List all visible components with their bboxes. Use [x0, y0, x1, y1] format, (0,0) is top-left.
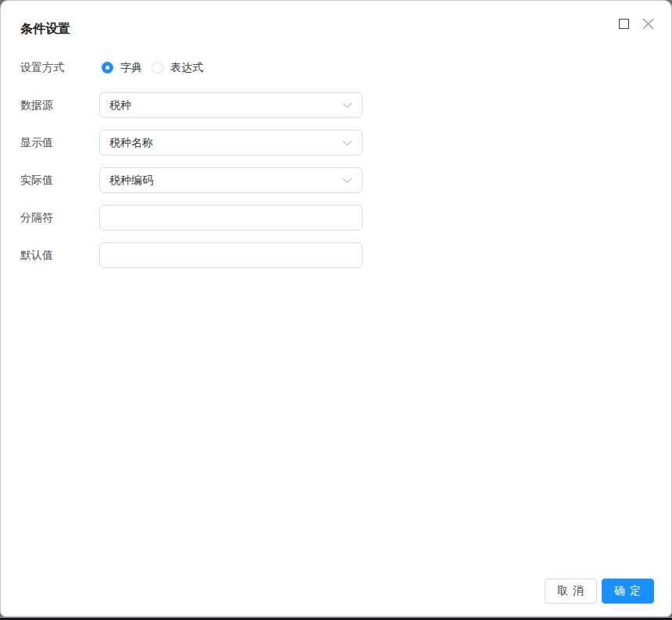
separator-row: 分隔符 [20, 205, 652, 231]
setting-method-radio-group: 字典 表达式 [102, 61, 203, 75]
datasource-row: 数据源 税种 [20, 92, 652, 118]
actual-value-select[interactable]: 税种编码 [99, 167, 363, 193]
actual-value-label: 实际值 [20, 174, 99, 188]
radio-unchecked-icon [152, 62, 163, 73]
condition-form: 设置方式 字典 表达式 数据源 税种 [20, 55, 652, 268]
setting-method-row: 设置方式 字典 表达式 [20, 55, 652, 81]
confirm-button[interactable]: 确 定 [602, 579, 654, 604]
separator-label: 分隔符 [20, 211, 99, 225]
display-value-row: 显示值 税种名称 [20, 130, 652, 156]
page-title: 条件设置 [20, 21, 652, 36]
window-controls [619, 17, 655, 30]
maximize-icon[interactable] [619, 19, 629, 29]
actual-value-select-value: 税种编码 [109, 174, 336, 188]
actual-value-row: 实际值 税种编码 [20, 167, 652, 193]
close-icon[interactable] [642, 17, 655, 30]
chevron-down-icon [342, 177, 352, 184]
dialog-footer: 取 消 确 定 [545, 579, 654, 604]
separator-input[interactable] [99, 205, 363, 231]
setting-method-label: 设置方式 [20, 61, 99, 75]
datasource-select-value: 税种 [109, 99, 336, 113]
cancel-button[interactable]: 取 消 [545, 579, 597, 604]
radio-option-expression[interactable]: 表达式 [152, 61, 203, 75]
condition-settings-dialog: 条件设置 设置方式 字典 [0, 0, 672, 617]
chevron-down-icon [342, 102, 352, 109]
radio-checked-icon [102, 62, 113, 73]
display-value-select-value: 税种名称 [109, 136, 336, 150]
display-value-select[interactable]: 税种名称 [99, 130, 363, 156]
radio-option-dictionary[interactable]: 字典 [102, 61, 142, 75]
radio-option-label: 字典 [120, 61, 142, 75]
datasource-select[interactable]: 税种 [99, 92, 363, 118]
radio-option-label: 表达式 [170, 61, 203, 75]
chevron-down-icon [342, 140, 352, 146]
default-value-input[interactable] [99, 242, 363, 268]
default-value-label: 默认值 [20, 249, 99, 263]
dialog-content: 条件设置 设置方式 字典 [1, 1, 671, 616]
default-value-row: 默认值 [20, 242, 652, 268]
window-bottom-edge [0, 617, 672, 620]
datasource-label: 数据源 [20, 99, 99, 113]
display-value-label: 显示值 [20, 136, 99, 150]
